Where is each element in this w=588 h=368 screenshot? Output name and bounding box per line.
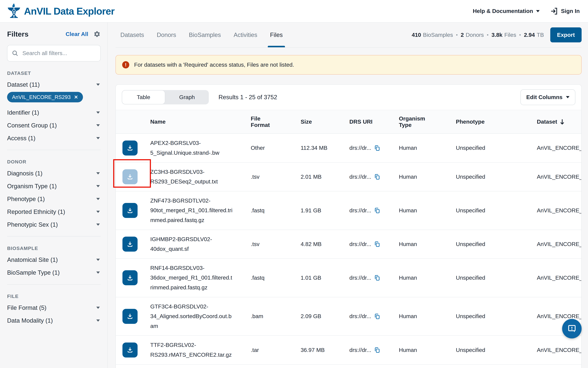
organism-type: Human [393,134,450,162]
copy-icon[interactable] [374,275,380,281]
chip-remove-icon[interactable]: ✕ [74,94,78,100]
download-icon [126,313,134,320]
phenotype: Unspecified [450,191,531,230]
download-icon [126,274,134,282]
file-name: GTF3C4-BGRSDLV02-34_Aligned.sortedByCoor… [144,297,245,336]
filter-data-modality[interactable]: Data Modality (1) [7,314,100,327]
organism-type: Human [393,297,450,336]
feedback-chat-button[interactable] [562,319,582,338]
download-file-button[interactable] [123,309,137,324]
tab-datasets[interactable]: Datasets [120,22,144,47]
file-size: 4.82 MB [295,230,343,258]
download-file-button[interactable] [123,140,137,156]
file-format: Other [245,134,295,162]
download-file-button[interactable] [123,270,137,285]
dataset-name: AnVIL_ENCORE_ [531,230,581,258]
copy-icon[interactable] [374,313,380,320]
clear-all-filters-button[interactable]: Clear All [66,31,88,37]
file-name: ZC3H3-BGRSDLV03-RS293_DESeq2_output.txt [144,163,245,191]
help-documentation-menu[interactable]: Help & Documentation [473,8,540,14]
file-name: ZNF473-BGRSDTLV02-90tot_merged_R1_001.fi… [144,191,245,230]
filter-organism-type[interactable]: Organism Type (1) [7,180,100,193]
filter-access[interactable]: Access (1) [7,132,100,145]
phenotype: Unspecified [450,336,531,364]
table-row: RNF14-BGRSDLV03-36dox_merged_R1_001.filt… [116,258,581,297]
filter-consent-group[interactable]: Consent Group (1) [7,119,100,132]
tab-activities[interactable]: Activities [234,22,257,47]
tab-files[interactable]: Files [270,22,283,47]
column-size[interactable]: Size [295,110,343,134]
pagination: Page 1 of 151 [116,365,581,368]
dataset-name: AnVIL_ENCORE_ [531,134,581,162]
section-label-file: FILE [7,294,100,299]
phenotype: Unspecified [450,163,531,191]
chevron-down-icon [96,137,100,139]
app-title: AnVIL Data Explorer [24,6,115,17]
download-file-button[interactable] [123,237,137,252]
organism-type: Human [393,163,450,191]
gear-icon[interactable] [93,30,100,38]
file-format: .fastq [245,258,295,297]
download-file-button[interactable] [123,203,137,218]
download-file-button-disabled[interactable] [123,169,137,184]
filter-biosample-type[interactable]: BioSample Type (1) [7,266,100,279]
sidebar-divider [7,284,100,285]
filters-title: Filters [7,30,65,38]
copy-icon[interactable] [374,145,380,151]
column-organism-type[interactable]: Organism Type [393,110,450,134]
organism-type: Human [393,191,450,230]
phenotype: Unspecified [450,230,531,258]
edit-columns-button[interactable]: Edit Columns [520,89,575,105]
sign-in-button[interactable]: Sign In [550,7,580,15]
phenotype: Unspecified [450,297,531,336]
filter-anatomical-site[interactable]: Anatomical Site (1) [7,253,100,266]
filter-dataset[interactable]: Dataset (11) [7,78,100,91]
tab-donors[interactable]: Donors [157,22,176,47]
view-toggle-table[interactable]: Table [122,90,165,104]
chevron-down-icon [96,185,100,187]
chevron-down-icon [96,172,100,175]
filter-diagnosis[interactable]: Diagnosis (1) [7,167,100,180]
copy-icon[interactable] [374,347,380,353]
export-button[interactable]: Export [550,28,582,42]
search-input[interactable] [22,50,96,57]
column-drs-uri[interactable]: DRS URI [343,110,393,134]
copy-icon[interactable] [374,241,380,247]
column-name[interactable]: Name [144,110,245,134]
stat-donors: 2Donors [461,32,484,38]
download-icon [126,346,134,354]
chevron-down-icon [96,83,100,86]
copy-icon[interactable] [374,207,380,214]
column-dataset[interactable]: Dataset [531,110,581,134]
sidebar-divider [7,150,100,150]
organism-type: Human [393,258,450,297]
chevron-down-icon [96,272,100,274]
filter-file-format[interactable]: File Format (5) [7,301,100,314]
file-size: 1.91 GB [295,191,343,230]
column-file-format[interactable]: File Format [245,110,295,134]
download-icon [126,173,134,181]
filter-search[interactable] [7,45,100,62]
drs-uri: drs://dr... [349,174,371,180]
filter-reported-ethnicity[interactable]: Reported Ethnicity (1) [7,205,100,218]
files-table: Name File Format Size DRS URI Organism T… [116,110,581,364]
stat-separator: • [487,32,489,38]
filter-phenotype[interactable]: Phenotype (1) [7,193,100,205]
search-icon [12,50,18,56]
filter-phenotypic-sex[interactable]: Phenotypic Sex (1) [7,218,100,231]
brand[interactable]: AnVIL Data Explorer [7,3,115,19]
entity-tabs: Datasets Donors BioSamples Activities Fi… [120,22,283,47]
table-row: IGHMBP2-BGRSDLV02-40dox_quant.sf .tsv 4.… [116,230,581,258]
file-size: 36.97 MB [295,336,343,364]
copy-icon[interactable] [374,174,380,180]
view-toggle-graph[interactable]: Graph [165,90,209,104]
stat-separator: • [456,32,458,38]
column-phenotype[interactable]: Phenotype [450,110,531,134]
main-content: Datasets Donors BioSamples Activities Fi… [107,22,588,368]
table-row: TTF2-BGRSLV02-RS293.rMATS_ENCORE2.tar.gz… [116,336,581,364]
download-file-button[interactable] [123,342,137,358]
tab-biosamples[interactable]: BioSamples [189,22,221,47]
drs-uri: drs://dr... [349,145,371,151]
filter-identifier[interactable]: Identifier (1) [7,106,100,119]
filter-chip-anvil-encore-rs293[interactable]: AnVIL_ENCORE_RS293 ✕ [7,92,83,102]
